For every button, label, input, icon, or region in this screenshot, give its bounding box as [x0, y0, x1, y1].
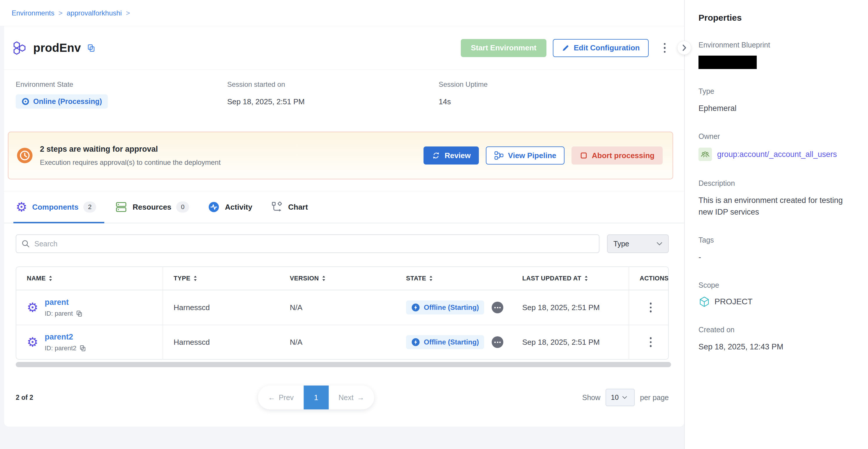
- breadcrumb-environments[interactable]: Environments: [12, 9, 55, 17]
- clock-icon: [17, 147, 33, 164]
- description-label: Description: [699, 179, 856, 188]
- pipeline-icon: [494, 151, 504, 160]
- prev-arrow-icon: ←: [268, 393, 275, 402]
- chart-workflow-icon: [271, 201, 283, 213]
- title-group: prodEnv: [12, 40, 96, 56]
- tab-components-label: Components: [32, 203, 79, 212]
- page-title: prodEnv: [33, 41, 81, 55]
- collapse-panel-button[interactable]: [677, 41, 691, 55]
- prev-page-button[interactable]: ← Prev: [258, 386, 304, 409]
- column-header-type[interactable]: TYPE: [163, 267, 279, 290]
- session-uptime-value: 14s: [439, 97, 488, 106]
- next-arrow-icon: →: [357, 393, 364, 402]
- column-header-state[interactable]: STATE: [396, 267, 512, 290]
- approval-banner: 2 steps are waiting for approval Executi…: [8, 132, 673, 180]
- properties-heading: Properties: [699, 13, 856, 23]
- copy-id-icon[interactable]: [79, 345, 86, 352]
- sync-icon: [432, 151, 440, 160]
- tab-resources[interactable]: Resources 0: [115, 191, 189, 223]
- tab-chart-label: Chart: [288, 203, 308, 212]
- environment-header: prodEnv Start Environment Edit: [4, 26, 684, 70]
- component-type: Harnesscd: [163, 325, 279, 359]
- component-updated: Sep 18, 2025, 2:51 PM: [512, 290, 628, 325]
- created-value: Sep 18, 2025, 12:43 PM: [699, 341, 856, 353]
- sort-icon: [429, 275, 433, 282]
- activity-pulse-icon: [208, 201, 220, 213]
- search-input[interactable]: [16, 234, 599, 253]
- tab-bar: ⚙ Components 2 Resources 0: [4, 191, 684, 223]
- breadcrumb: Environments > approvalforkhushi >: [12, 9, 130, 17]
- chevron-down-icon: [622, 396, 627, 399]
- start-environment-button[interactable]: Start Environment: [461, 39, 546, 57]
- abort-processing-label: Abort processing: [592, 151, 654, 160]
- table-row[interactable]: ⚙ parent ID: parent: [16, 290, 668, 325]
- sort-icon: [49, 275, 53, 282]
- view-pipeline-button[interactable]: View Pipeline: [486, 147, 564, 164]
- session-started-block: Session started on Sep 18, 2025, 2:51 PM: [227, 81, 439, 132]
- property-type: Type Ephemeral: [699, 87, 856, 114]
- resources-servers-icon: [115, 201, 128, 214]
- state-loader-icon: [492, 336, 503, 348]
- approval-banner-title: 2 steps are waiting for approval: [40, 145, 220, 154]
- header-actions: Start Environment Edit Configuration: [461, 39, 670, 57]
- approval-banner-subtitle: Execution requires approval(s) to contin…: [40, 158, 220, 166]
- header-kebab-menu-icon[interactable]: [659, 40, 671, 56]
- row-kebab-menu-icon[interactable]: [645, 334, 656, 350]
- horizontal-scrollbar[interactable]: [16, 362, 671, 367]
- abort-processing-button[interactable]: Abort processing: [571, 147, 663, 164]
- breadcrumb-project[interactable]: approvalforkhushi: [67, 9, 122, 17]
- environment-state-block: Environment State Online (Processing): [16, 81, 227, 132]
- owner-label: Owner: [699, 132, 856, 141]
- type-filter-dropdown[interactable]: Type: [607, 234, 669, 253]
- type-value: Ephemeral: [699, 102, 856, 114]
- page-size-value: 10: [611, 393, 619, 402]
- component-version: N/A: [279, 325, 396, 359]
- tab-components[interactable]: ⚙ Components 2: [16, 191, 96, 223]
- column-header-updated[interactable]: LAST UPDATED AT: [512, 267, 628, 290]
- review-button[interactable]: Review: [424, 147, 479, 164]
- column-header-name[interactable]: NAME: [16, 267, 163, 290]
- sort-icon: [584, 275, 588, 282]
- column-header-version[interactable]: VERSION: [279, 267, 396, 290]
- state-loader-icon: [492, 302, 503, 313]
- properties-panel: Properties Environment Blueprint Type Ep…: [684, 0, 868, 449]
- component-version: N/A: [279, 290, 396, 325]
- tab-activity-label: Activity: [225, 203, 252, 212]
- tab-chart[interactable]: Chart: [271, 191, 308, 223]
- property-blueprint: Environment Blueprint: [699, 41, 856, 69]
- component-gear-icon: ⚙: [27, 336, 38, 349]
- per-page-label: per page: [640, 393, 669, 402]
- chevron-right-icon: [682, 44, 686, 51]
- environment-card: prodEnv Start Environment Edit: [4, 26, 684, 426]
- page-1-button[interactable]: 1: [304, 386, 329, 409]
- tags-label: Tags: [699, 236, 856, 244]
- component-type: Harnesscd: [163, 290, 279, 325]
- approval-banner-actions: Review View Pipeline: [424, 147, 663, 164]
- table-row[interactable]: ⚙ parent2 ID: parent2: [16, 325, 668, 359]
- copy-name-icon[interactable]: [87, 44, 96, 53]
- breadcrumb-separator: >: [59, 9, 63, 17]
- owner-link[interactable]: group:account/_account_all_users: [717, 150, 837, 159]
- pagination-pill: ← Prev 1 Next →: [258, 386, 374, 409]
- created-label: Created on: [699, 325, 856, 334]
- session-uptime-block: Session Uptime 14s: [439, 81, 488, 132]
- property-created: Created on Sep 18, 2025, 12:43 PM: [699, 325, 856, 353]
- components-tab-content: Type NAME TYPE: [4, 223, 684, 426]
- stop-square-icon: [580, 152, 588, 160]
- edit-configuration-button[interactable]: Edit Configuration: [553, 39, 649, 57]
- review-label: Review: [444, 151, 471, 160]
- environment-state-value: Online (Processing): [33, 97, 102, 106]
- page-size-dropdown[interactable]: 10: [606, 389, 635, 406]
- components-table: NAME TYPE VERSION STATE: [16, 266, 669, 360]
- show-label: Show: [582, 393, 600, 402]
- table-header-row: NAME TYPE VERSION STATE: [16, 267, 668, 290]
- component-name-link[interactable]: parent: [44, 298, 83, 307]
- session-started-value: Sep 18, 2025, 2:51 PM: [227, 97, 439, 106]
- filter-row: Type: [16, 234, 669, 253]
- tab-activity[interactable]: Activity: [208, 191, 252, 223]
- next-page-button[interactable]: Next →: [329, 386, 374, 409]
- copy-id-icon[interactable]: [76, 310, 83, 317]
- pagination-bar: 2 of 2 ← Prev 1 Next → Show: [16, 385, 669, 410]
- component-name-link[interactable]: parent2: [44, 332, 86, 342]
- row-kebab-menu-icon[interactable]: [645, 300, 656, 315]
